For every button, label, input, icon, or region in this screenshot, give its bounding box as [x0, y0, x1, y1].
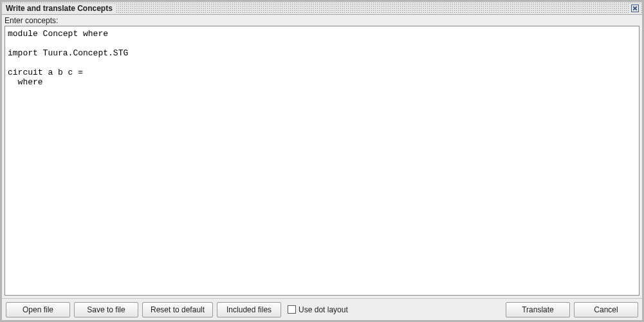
close-button[interactable]	[629, 3, 641, 14]
window-title: Write and translate Concepts	[2, 4, 116, 13]
titlebar[interactable]: Write and translate Concepts	[2, 2, 642, 15]
included-files-button[interactable]: Included files	[217, 302, 281, 317]
close-icon	[631, 5, 639, 12]
prompt-label: Enter concepts:	[2, 15, 642, 26]
use-dot-layout-checkbox[interactable]: Use dot layout	[288, 305, 348, 314]
reset-to-default-button[interactable]: Reset to default	[142, 302, 213, 317]
translate-button[interactable]: Translate	[506, 302, 570, 317]
use-dot-layout-label: Use dot layout	[299, 305, 348, 314]
checkbox-icon	[288, 305, 296, 314]
concepts-editor[interactable]	[5, 26, 639, 295]
open-file-button[interactable]: Open file	[6, 302, 70, 317]
dialog: Write and translate Concepts Enter conce…	[0, 0, 644, 322]
save-to-file-button[interactable]: Save to file	[74, 302, 138, 317]
cancel-button[interactable]: Cancel	[574, 302, 638, 317]
button-bar: Open file Save to file Reset to default …	[2, 298, 642, 320]
editor-container	[5, 26, 639, 296]
